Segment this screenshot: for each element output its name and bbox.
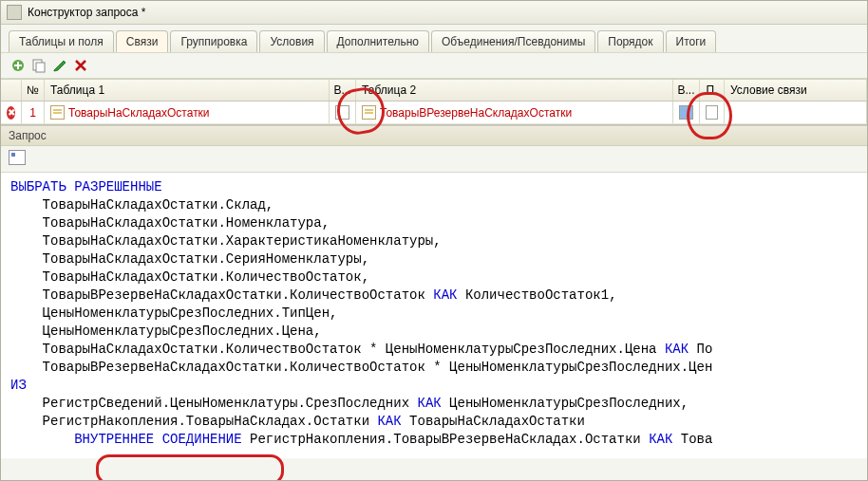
query-subtoolbar — [1, 146, 867, 173]
table-icon — [50, 105, 65, 120]
add-button[interactable] — [10, 58, 26, 73]
table-row[interactable]: ✖1ТоварыНаСкладахОстаткиТоварыВРезервеНа… — [1, 102, 867, 124]
col-table2: Таблица 2 — [356, 80, 673, 101]
window-icon — [7, 5, 22, 20]
tab-6[interactable]: Порядок — [597, 30, 663, 52]
query-view-icon[interactable] — [9, 150, 26, 165]
tab-5[interactable]: Объединения/Псевдонимы — [431, 30, 595, 52]
tab-3[interactable]: Условия — [259, 30, 324, 52]
col-marker — [1, 80, 22, 101]
query-section-header: Запрос — [1, 125, 867, 146]
all2-checkbox[interactable] — [679, 105, 693, 120]
delete-button[interactable] — [73, 58, 88, 73]
tab-strip: Таблицы и поляСвязиГруппировкаУсловияДоп… — [1, 25, 867, 52]
window-title: Конструктор запроса * — [28, 6, 145, 19]
copy-button[interactable] — [31, 58, 47, 73]
tab-2[interactable]: Группировка — [170, 30, 257, 52]
toolbar — [1, 52, 867, 79]
tab-0[interactable]: Таблицы и поля — [9, 30, 114, 52]
all1-checkbox[interactable] — [335, 105, 349, 120]
titlebar: Конструктор запроса * — [1, 1, 867, 25]
row-num: 1 — [22, 102, 45, 123]
row-condition[interactable] — [725, 102, 867, 123]
grid-header: № Таблица 1 В... Таблица 2 В... П. Услов… — [1, 79, 867, 102]
svg-rect-2 — [14, 65, 22, 66]
p-checkbox[interactable] — [706, 105, 718, 120]
col-all2: В... — [673, 80, 700, 101]
query-text: ВЫБРАТЬ РАЗРЕШЕННЫЕ ТоварыНаСкладахОстат… — [1, 173, 867, 458]
col-num: № — [22, 80, 45, 101]
query-builder-window: Конструктор запроса * Таблицы и поляСвяз… — [0, 0, 868, 481]
col-condition: Условие связи — [725, 80, 867, 101]
annotation-circle-3 — [96, 454, 284, 481]
links-grid: № Таблица 1 В... Таблица 2 В... П. Услов… — [1, 79, 867, 125]
tab-7[interactable]: Итоги — [666, 30, 717, 52]
edit-button[interactable] — [52, 58, 67, 73]
row-table2[interactable]: ТоварыВРезервеНаСкладахОстатки — [356, 102, 673, 123]
row-table1[interactable]: ТоварыНаСкладахОстатки — [45, 102, 330, 123]
svg-rect-4 — [36, 63, 45, 72]
error-icon: ✖ — [7, 106, 15, 120]
tab-1[interactable]: Связи — [116, 30, 169, 52]
tab-4[interactable]: Дополнительно — [327, 30, 429, 52]
col-table1: Таблица 1 — [45, 80, 330, 101]
table-icon — [362, 105, 376, 120]
col-p: П. — [700, 80, 725, 101]
col-all1: В... — [330, 80, 356, 101]
